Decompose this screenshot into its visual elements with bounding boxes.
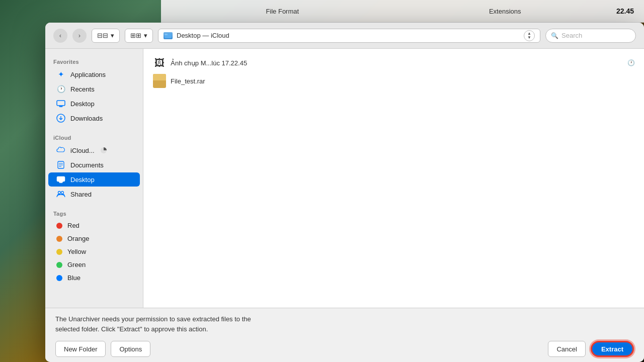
- view-columns-button[interactable]: ⊟⊟ ▾: [92, 29, 120, 43]
- clock: 22.45: [616, 7, 634, 15]
- view-grid-button[interactable]: ⊞⊞ ▾: [125, 29, 153, 43]
- svg-rect-2: [57, 101, 65, 106]
- downloads-label: Downloads: [70, 115, 103, 122]
- downloads-icon: [56, 114, 65, 123]
- icloud-drive-label: iCloud...: [70, 147, 95, 154]
- forward-button[interactable]: ›: [72, 29, 87, 43]
- back-button[interactable]: ‹: [53, 29, 67, 43]
- applications-label: Applications: [70, 71, 106, 78]
- options-button[interactable]: Options: [111, 341, 150, 357]
- dialog-bottom: The Unarchiver needs your permission to …: [45, 308, 644, 362]
- shared-icon: [56, 190, 65, 199]
- new-folder-button[interactable]: New Folder: [55, 341, 106, 357]
- search-icon: 🔍: [551, 32, 558, 39]
- file-item-rar[interactable]: File_test.rar: [148, 72, 639, 90]
- file-area[interactable]: 🖼 Ảnh chụp M...lúc 17.22.45 🕐 File_test.…: [143, 49, 644, 308]
- tag-green-label: Green: [67, 261, 86, 268]
- file-format-header: File Format: [171, 8, 393, 15]
- sidebar-item-downloads[interactable]: Downloads: [48, 111, 140, 125]
- desktop-fav-icon: [56, 99, 65, 108]
- file-item-screenshot[interactable]: 🖼 Ảnh chụp M...lúc 17.22.45 🕐: [148, 54, 639, 72]
- icloud-drive-icon: [56, 146, 65, 155]
- svg-rect-19: [153, 80, 166, 82]
- sidebar: Favorites ✦ Applications 🕐 Recents Deskt…: [45, 49, 143, 308]
- sidebar-item-tag-yellow[interactable]: Yellow: [48, 245, 140, 258]
- sidebar-item-desktop-fav[interactable]: Desktop: [48, 97, 140, 111]
- dialog-toolbar: ‹ › ⊟⊟ ▾ ⊞⊞ ▾ Desktop — iCloud ▲ ▼: [45, 23, 644, 49]
- desktop-icloud-icon: [56, 175, 65, 184]
- sidebar-item-applications[interactable]: ✦ Applications: [48, 67, 140, 81]
- app-top-bar: File Format Extensions 22.45: [161, 0, 644, 23]
- sidebar-item-tag-green[interactable]: Green: [48, 258, 140, 271]
- shared-label: Shared: [70, 191, 92, 198]
- extensions-header: Extensions: [393, 8, 616, 15]
- svg-rect-12: [57, 176, 65, 182]
- svg-rect-13: [59, 182, 63, 183]
- tag-yellow-dot: [56, 249, 62, 255]
- screenshot-icon: 🖼: [152, 56, 167, 70]
- sidebar-item-recents[interactable]: 🕐 Recents: [48, 82, 140, 96]
- favorites-section-label: Favorites: [45, 55, 143, 67]
- svg-rect-4: [59, 107, 62, 108]
- tag-blue-dot: [56, 275, 62, 281]
- permission-text: The Unarchiver needs your permission to …: [55, 314, 634, 334]
- location-folder-icon: [164, 32, 173, 39]
- sidebar-item-tag-red[interactable]: Red: [48, 219, 140, 232]
- rar-file-icon: [152, 74, 167, 88]
- grid-icon: ⊞⊞: [130, 32, 141, 39]
- tag-orange-label: Orange: [67, 235, 89, 242]
- location-text: Desktop — iCloud: [177, 32, 229, 39]
- tag-red-dot: [56, 223, 62, 229]
- svg-rect-3: [59, 106, 63, 107]
- applications-icon: ✦: [56, 70, 65, 79]
- columns-icon: ⊟⊟: [97, 32, 108, 39]
- recents-label: Recents: [70, 85, 95, 93]
- screenshot-time-icon: 🕐: [627, 59, 635, 66]
- desktop-fav-label: Desktop: [70, 100, 95, 108]
- documents-label: Documents: [70, 161, 104, 169]
- cancel-button[interactable]: Cancel: [548, 341, 585, 357]
- tag-blue-label: Blue: [67, 274, 80, 282]
- svg-rect-14: [59, 183, 62, 184]
- icloud-section-label: iCloud: [45, 131, 143, 143]
- svg-point-15: [58, 192, 61, 194]
- sidebar-item-tag-blue[interactable]: Blue: [48, 272, 140, 284]
- recents-icon: 🕐: [56, 84, 65, 94]
- dialog-body: Favorites ✦ Applications 🕐 Recents Deskt…: [45, 49, 644, 308]
- sidebar-item-shared[interactable]: Shared: [48, 187, 140, 201]
- tag-orange-dot: [56, 236, 62, 242]
- documents-icon: [56, 160, 65, 169]
- save-dialog: ‹ › ⊟⊟ ▾ ⊞⊞ ▾ Desktop — iCloud ▲ ▼: [45, 23, 644, 362]
- tag-yellow-label: Yellow: [67, 248, 86, 255]
- view-dropdown-icon: ▾: [111, 32, 114, 39]
- tags-section-label: Tags: [45, 207, 143, 219]
- screenshot-name: Ảnh chụp M...lúc 17.22.45: [171, 59, 623, 67]
- icloud-storage-pie: [100, 146, 108, 154]
- sidebar-item-tag-orange[interactable]: Orange: [48, 232, 140, 245]
- sidebar-item-desktop-icloud[interactable]: Desktop: [48, 172, 140, 187]
- extract-button[interactable]: Extract: [591, 341, 634, 357]
- dialog-actions: New Folder Options Cancel Extract: [55, 341, 634, 357]
- location-arrows[interactable]: ▲ ▼: [524, 30, 535, 41]
- sidebar-item-icloud-drive[interactable]: iCloud...: [48, 143, 140, 157]
- search-bar[interactable]: 🔍 Search: [545, 29, 636, 43]
- rar-file-name: File_test.rar: [171, 77, 635, 85]
- sidebar-item-documents[interactable]: Documents: [48, 158, 140, 172]
- svg-rect-1: [165, 34, 168, 35]
- tag-green-dot: [56, 262, 62, 268]
- svg-point-16: [61, 192, 64, 194]
- grid-dropdown-icon: ▾: [144, 32, 147, 39]
- search-placeholder: Search: [561, 32, 582, 39]
- desktop-icloud-label: Desktop: [70, 176, 95, 184]
- tag-red-label: Red: [67, 222, 79, 229]
- location-bar[interactable]: Desktop — iCloud ▲ ▼: [158, 29, 540, 43]
